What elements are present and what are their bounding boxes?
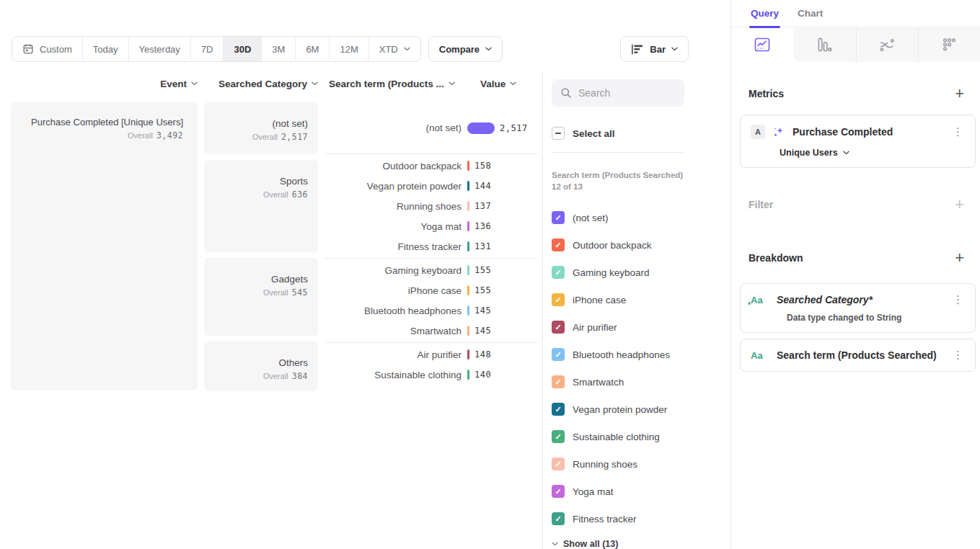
search-box[interactable] — [552, 79, 684, 107]
horizontal-bar-chart-icon — [631, 44, 644, 55]
legend-filter-panel: Select all Search term (Products Searche… — [542, 72, 730, 549]
range-today[interactable]: Today — [83, 37, 129, 61]
series-item[interactable]: ✓Smartwatch — [552, 375, 730, 389]
table-row[interactable]: Bluetooth headphones145 — [325, 300, 538, 321]
table-row[interactable]: Fitness tracker131 — [325, 236, 538, 256]
checkbox-checked[interactable]: ✓ — [552, 321, 565, 334]
kebab-menu-icon[interactable]: ⋮ — [951, 125, 965, 138]
category-cell[interactable]: (not set) Overall2,517 — [204, 102, 318, 154]
add-filter-button[interactable]: + — [955, 197, 964, 213]
series-item[interactable]: ✓Yoga mat — [552, 484, 730, 499]
aggregation-selector[interactable]: Unique Users — [780, 148, 965, 158]
add-breakdown-button[interactable]: + — [955, 250, 964, 266]
series-item[interactable]: ✓Vegan protein powder — [552, 402, 730, 416]
kebab-menu-icon[interactable]: ⋮ — [951, 293, 965, 306]
event-overall: Overall3,492 — [11, 130, 183, 140]
content-row: Event Searched Category Search term (Pro… — [0, 72, 730, 549]
add-metric-button[interactable]: + — [955, 86, 964, 102]
range-30d[interactable]: 30D — [224, 37, 262, 61]
range-xtd[interactable]: XTD — [369, 37, 420, 61]
report-tab-flows[interactable] — [856, 27, 918, 62]
checkbox-checked[interactable]: ✓ — [552, 293, 565, 306]
series-item[interactable]: ✓Sustainable clothing — [552, 429, 730, 444]
event-column: Purchase Completed [Unique Users] Overal… — [11, 102, 198, 391]
range-7d[interactable]: 7D — [191, 37, 224, 61]
breakdown-heading: Breakdown — [749, 252, 803, 264]
range-12m[interactable]: 12M — [330, 37, 368, 61]
checkbox-checked[interactable]: ✓ — [552, 458, 565, 470]
value-bar — [467, 241, 469, 251]
checkbox-checked[interactable]: ✓ — [552, 403, 565, 416]
checkbox-checked[interactable]: ✓ — [552, 348, 565, 361]
report-tab-insights[interactable] — [731, 27, 793, 62]
category-cell[interactable]: Sports Overall636 — [204, 160, 318, 252]
metric-card[interactable]: A Purchase Completed ⋮ Unique Users — [740, 115, 976, 168]
check-icon: ✓ — [555, 269, 561, 277]
column-header-value[interactable]: Value — [467, 79, 516, 89]
checkbox-checked[interactable]: ✓ — [552, 485, 565, 498]
table-row[interactable]: Running shoes137 — [325, 196, 538, 216]
check-icon: ✓ — [555, 241, 561, 249]
breakdown-card[interactable]: Aa* Searched Category* ⋮ Data type chang… — [740, 283, 976, 333]
table-row[interactable]: Gaming keyboard155 — [325, 260, 538, 280]
show-all-link[interactable]: Show all (13) — [552, 539, 730, 549]
chevron-down-icon — [843, 151, 849, 155]
table-row[interactable]: Air purifier148 — [325, 344, 538, 365]
table-row[interactable]: Vegan protein powder144 — [325, 176, 538, 196]
metric-name: Purchase Completed — [793, 126, 944, 138]
table-row[interactable]: Outdoor backpack158 — [325, 156, 538, 176]
series-item[interactable]: ✓(not set) — [552, 210, 730, 225]
range-6m[interactable]: 6M — [296, 37, 330, 61]
range-3m[interactable]: 3M — [262, 37, 296, 61]
checkbox-checked[interactable]: ✓ — [552, 266, 565, 279]
series-item[interactable]: ✓Running shoes — [552, 457, 730, 471]
series-item[interactable]: ✓Gaming keyboard — [552, 265, 730, 280]
compare-button[interactable]: Compare — [428, 36, 503, 62]
indeterminate-checkbox[interactable] — [552, 127, 565, 140]
series-checkbox-list: ✓(not set) ✓Outdoor backpack ✓Gaming key… — [552, 210, 730, 526]
checkbox-checked[interactable]: ✓ — [552, 238, 565, 251]
table-row[interactable]: (not set) 2,517 — [325, 118, 538, 138]
series-item[interactable]: ✓Outdoor backpack — [552, 238, 730, 252]
value-bar — [467, 349, 469, 360]
checkbox-checked[interactable]: ✓ — [552, 375, 565, 388]
column-header-term[interactable]: Search term (Products ... — [325, 79, 467, 89]
tab-query[interactable]: Query — [751, 0, 779, 27]
column-header-category[interactable]: Searched Category — [204, 79, 318, 89]
series-item[interactable]: ✓Air purifier — [552, 320, 730, 334]
breakdown-property-name: Search term (Products Searched) — [777, 349, 944, 361]
category-cell[interactable]: Others Overall384 — [204, 342, 318, 391]
series-item[interactable]: ✓iPhone case — [552, 293, 730, 307]
table-row[interactable]: iPhone case155 — [325, 280, 538, 300]
value-bar — [467, 285, 469, 295]
metrics-heading: Metrics — [749, 88, 784, 99]
breakdown-card[interactable]: Aa Search term (Products Searched) ⋮ — [740, 339, 976, 372]
table-row[interactable]: Yoga mat136 — [325, 216, 538, 236]
rows-group: (not set) 2,517 — [325, 102, 538, 154]
range-yesterday[interactable]: Yesterday — [129, 37, 191, 61]
kebab-menu-icon[interactable]: ⋮ — [951, 349, 965, 362]
tab-chart[interactable]: Chart — [798, 0, 823, 27]
range-custom[interactable]: Custom — [12, 37, 83, 61]
report-tab-retention[interactable] — [918, 27, 980, 62]
checkbox-checked[interactable]: ✓ — [552, 512, 565, 525]
value-bar — [467, 265, 469, 275]
report-tab-funnels[interactable] — [793, 27, 855, 62]
rows-group: Outdoor backpack158 Vegan protein powder… — [325, 154, 538, 259]
event-cell[interactable]: Purchase Completed [Unique Users] Overal… — [11, 102, 198, 390]
series-item[interactable]: ✓Fitness tracker — [552, 512, 730, 526]
checkbox-checked[interactable]: ✓ — [552, 430, 565, 443]
string-type-icon: Aa — [751, 350, 769, 361]
series-item[interactable]: ✓Bluetooth headphones — [552, 347, 730, 362]
chart-type-button[interactable]: Bar — [620, 36, 689, 62]
category-cell[interactable]: Gadgets Overall545 — [204, 258, 318, 336]
select-all-toggle[interactable]: Select all — [552, 127, 730, 140]
search-input[interactable] — [578, 87, 672, 99]
report-type-strip — [731, 27, 980, 62]
check-icon: ✓ — [555, 433, 561, 441]
checkbox-checked[interactable]: ✓ — [552, 211, 565, 224]
table-row[interactable]: Smartwatch145 — [325, 321, 538, 341]
column-header-event[interactable]: Event — [11, 79, 198, 89]
table-row[interactable]: Sustainable clothing140 — [325, 365, 538, 385]
event-sparkle-icon — [772, 125, 785, 138]
